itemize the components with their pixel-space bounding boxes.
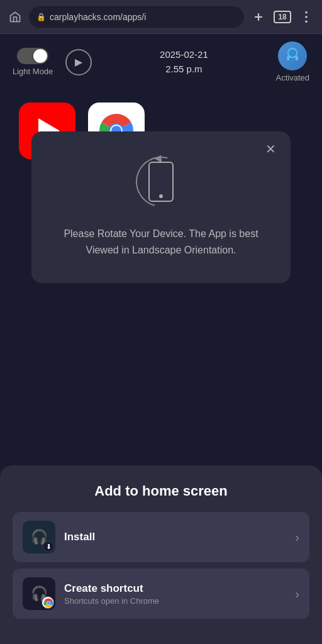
date-text: 2025-02-21: [104, 48, 263, 62]
light-mode-control: Light Mode: [13, 48, 53, 76]
toggle-thumb: [33, 49, 47, 63]
activated-block: Activated: [276, 42, 309, 82]
page-content: Light Mode ▶ 2025-02-21 2.55 p.m Activat…: [0, 34, 322, 644]
install-option-text: Install: [64, 531, 286, 543]
tabs-button[interactable]: 18: [273, 8, 292, 26]
play-button-wrapper: ▶: [65, 49, 92, 75]
light-mode-toggle[interactable]: [17, 48, 48, 64]
security-icon: 🔒: [36, 13, 46, 21]
bottom-sheet: Add to home screen 🎧 ⬇ Install › 🎧: [0, 465, 322, 644]
shortcut-subtitle: Shortcuts open in Chrome: [64, 596, 286, 606]
bottom-sheet-title: Add to home screen: [13, 483, 309, 499]
url-text: carplayhacks.com/apps/i: [50, 12, 236, 22]
home-button[interactable]: [6, 8, 24, 26]
browser-menu-button[interactable]: [297, 8, 316, 26]
svg-point-4: [305, 20, 308, 23]
shortcut-chevron-icon: ›: [295, 587, 299, 601]
address-bar[interactable]: 🔒 carplayhacks.com/apps/i: [29, 6, 244, 28]
browser-actions: 18: [249, 8, 316, 26]
svg-rect-7: [296, 56, 298, 60]
shortcut-app-icon: 🎧: [23, 577, 55, 610]
activated-label: Activated: [276, 73, 309, 82]
rotate-modal: ✕ Please Rotate Your Device. The App is …: [31, 131, 291, 283]
install-chevron-icon: ›: [295, 530, 299, 545]
chrome-badge-icon: [42, 596, 54, 609]
avatar: [278, 42, 307, 70]
rotate-message: Please Rotate Your Device. The App is be…: [50, 226, 272, 258]
top-controls-bar: Light Mode ▶ 2025-02-21 2.55 p.m Activat…: [0, 34, 322, 90]
install-app-icon: 🎧 ⬇: [23, 521, 55, 553]
svg-point-2: [305, 11, 308, 14]
shortcut-option-text: Create shortcut Shortcuts open in Chrome: [64, 582, 286, 606]
datetime-block: 2025-02-21 2.55 p.m: [104, 48, 263, 76]
install-option[interactable]: 🎧 ⬇ Install ›: [13, 512, 309, 562]
svg-point-5: [288, 48, 297, 57]
light-mode-label: Light Mode: [13, 67, 53, 76]
phone-icon: [148, 162, 174, 202]
close-button[interactable]: ✕: [262, 140, 279, 158]
download-badge-icon: ⬇: [43, 541, 54, 552]
create-shortcut-option[interactable]: 🎧 Create shortcut: [13, 569, 309, 619]
svg-point-3: [305, 16, 308, 18]
new-tab-button[interactable]: [249, 8, 268, 26]
svg-point-15: [47, 602, 50, 604]
svg-rect-6: [287, 56, 289, 60]
time-text: 2.55 p.m: [104, 62, 263, 77]
tabs-count: 18: [274, 11, 291, 23]
browser-toolbar: 🔒 carplayhacks.com/apps/i 18: [0, 0, 322, 34]
shortcut-title: Create shortcut: [64, 582, 286, 595]
play-button[interactable]: ▶: [65, 49, 92, 75]
install-title: Install: [64, 531, 286, 543]
rotate-icon: [130, 150, 192, 213]
